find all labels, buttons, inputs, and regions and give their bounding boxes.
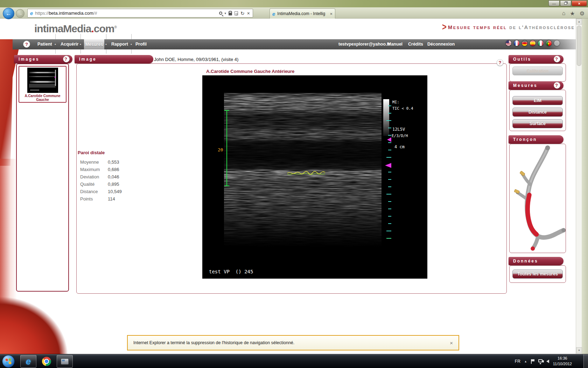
scroll-up-icon[interactable]: ▲: [576, 19, 582, 25]
grayscale-bar: [383, 99, 389, 136]
measurement-title: Paroi distale: [78, 150, 151, 155]
lock-icon: [229, 13, 232, 15]
outils-help-icon[interactable]: ?: [554, 56, 560, 62]
notification-close-icon[interactable]: ×: [450, 340, 458, 346]
flag-es-icon[interactable]: [530, 40, 536, 46]
measurement-block: Paroi distale Moyenne0,553 Maximum0,686 …: [78, 150, 151, 203]
image-panel-header: Image: [75, 55, 153, 63]
nav-link-credits[interactable]: Crédits: [408, 42, 423, 47]
outils-panel: Calibration: [509, 63, 566, 82]
ultrasound-image[interactable]: 20 MI: TIC < 0.4 12L5V E/3/D/H 4 cm test…: [202, 75, 427, 279]
scrollbar-thumb[interactable]: [577, 26, 581, 66]
search-icon[interactable]: [219, 12, 222, 15]
language-indicator[interactable]: FR: [515, 359, 520, 364]
ultrasound-canvas: 20 MI: TIC < 0.4 12L5V E/3/D/H 4 cm test…: [202, 75, 427, 279]
tab-close-icon[interactable]: ×: [330, 11, 335, 16]
tic-label: TIC < 0.4: [392, 106, 413, 111]
mesures-help-icon[interactable]: ?: [554, 82, 560, 89]
page-scrollbar[interactable]: ▲ ▼: [576, 19, 582, 354]
settings-gear-icon[interactable]: ⚙: [580, 10, 584, 17]
measure-label: Moyenne: [78, 159, 108, 165]
red-wave-decoration-bottom: [0, 288, 84, 354]
volume-icon[interactable]: [546, 360, 549, 363]
restore-button[interactable]: [560, 0, 571, 6]
artery-diagram[interactable]: [510, 144, 566, 253]
flag-us-icon[interactable]: [505, 40, 512, 46]
compatibility-view-icon[interactable]: [234, 11, 238, 15]
caret-down-icon[interactable]: ▾: [225, 12, 226, 15]
stop-icon[interactable]: ×: [247, 11, 250, 16]
ie-notification-bar: Internet Explorer a terminé la suppressi…: [127, 335, 459, 350]
nav-item-patient[interactable]: Patient: [37, 42, 52, 47]
browser-tab[interactable]: e IntimaMedia.com - Intellig... ×: [270, 8, 335, 19]
app-window-icon: [61, 359, 69, 364]
taskbar-ie-button[interactable]: e: [20, 355, 36, 368]
notification-message: Internet Explorer a terminé la suppressi…: [128, 340, 294, 345]
depth-label: 4 cm: [394, 144, 405, 149]
nav-bullet: •: [80, 42, 81, 46]
toutes-les-mesures-button[interactable]: Toutes les mesures: [512, 270, 563, 279]
nav-bullet: •: [105, 42, 107, 46]
donnees-panel: Toutes les mesures: [509, 265, 566, 283]
measure-value: 10,549: [108, 189, 122, 194]
nav-link-deconnexion[interactable]: Déconnexion: [427, 42, 455, 47]
nav-link-manuel[interactable]: Manuel: [387, 42, 402, 47]
forward-button[interactable]: →: [16, 9, 24, 18]
measure-label: Qualité: [78, 182, 108, 187]
flag-fr-icon[interactable]: [513, 40, 520, 46]
flag-de-icon[interactable]: [522, 40, 528, 46]
preset-label: E/3/D/H: [392, 134, 408, 138]
nav-item-rapport[interactable]: Rapport: [111, 42, 128, 47]
back-button[interactable]: ←: [3, 8, 14, 19]
nav-item-profil[interactable]: Profil: [135, 42, 147, 47]
windows-flag-icon: [6, 359, 12, 364]
network-icon[interactable]: [538, 359, 542, 362]
address-bar[interactable]: e https://beta.intimamedia.com/# ▾ ↻ ×: [27, 9, 253, 18]
flag-pt-icon[interactable]: [546, 40, 552, 46]
tab-favicon: e: [272, 11, 275, 17]
measure-value: 0,895: [108, 182, 119, 187]
taskbar: e FR ▲ 16:36 11/10/2012: [0, 354, 588, 368]
tray-caret-icon[interactable]: ▲: [524, 360, 527, 363]
minimize-button[interactable]: —: [548, 0, 560, 6]
calibration-button[interactable]: Calibration: [512, 67, 563, 75]
clock[interactable]: 16:36 11/10/2012: [553, 356, 572, 367]
site-logo: intimaMedia.com®: [34, 23, 117, 35]
caliper-value-label: 20: [218, 147, 223, 152]
donnees-panel-header: Données: [509, 257, 564, 265]
tab-title: IntimaMedia.com - Intellig...: [277, 11, 326, 16]
images-panel: A.Carotide Commune Gauche: [16, 63, 69, 292]
favorites-star-icon[interactable]: ★: [570, 10, 575, 17]
taskbar-chrome-button[interactable]: [38, 355, 55, 368]
image-title: A.Carotide Commune Gauche Antérieure: [206, 69, 294, 74]
nav-item-acquerir[interactable]: Acquérir: [61, 42, 78, 47]
patient-info: John DOE, Homme, 09/03/1961, (visite 4): [154, 57, 238, 62]
distance-button[interactable]: Distance: [512, 108, 563, 117]
show-desktop-button[interactable]: [583, 354, 588, 368]
surface-button[interactable]: Surface: [512, 119, 563, 128]
scroll-down-icon[interactable]: ▼: [576, 347, 582, 353]
images-help-icon[interactable]: ?: [63, 56, 70, 62]
ie-favicon: e: [30, 10, 33, 16]
thumbnail-item-selected[interactable]: A.Carotide Commune Gauche: [19, 66, 66, 103]
close-button[interactable]: ×: [572, 0, 587, 6]
action-center-flag-icon[interactable]: [531, 359, 534, 364]
nav-item-mesures-active[interactable]: Mesures: [84, 39, 104, 49]
eim-button[interactable]: EIM: [512, 96, 563, 105]
nav-help-icon[interactable]: ?: [23, 41, 30, 48]
troncon-panel-header: Tronçon: [509, 135, 564, 144]
measure-label: Maximum: [78, 167, 108, 172]
mesures-panel-header: Mesures ?: [509, 81, 564, 90]
screen: — × ← → e https://beta.intimamedia.com/#…: [0, 0, 588, 368]
thumbnail-caption: A.Carotide Commune Gauche: [19, 94, 66, 102]
start-button[interactable]: [2, 355, 15, 368]
flag-it-icon[interactable]: [538, 40, 544, 46]
site-tagline: > Mesure temps réel de l'Athérosclérose: [442, 22, 575, 32]
account-email[interactable]: testvpexplorer@yahoo.fr: [338, 42, 390, 47]
home-icon[interactable]: ⌂: [562, 10, 566, 17]
images-panel-header: Images ?: [14, 55, 72, 63]
image-help-icon[interactable]: ?: [497, 59, 503, 66]
refresh-icon[interactable]: ↻: [240, 11, 245, 16]
chevron-icon: >: [442, 21, 447, 33]
taskbar-app-button[interactable]: [57, 355, 73, 368]
